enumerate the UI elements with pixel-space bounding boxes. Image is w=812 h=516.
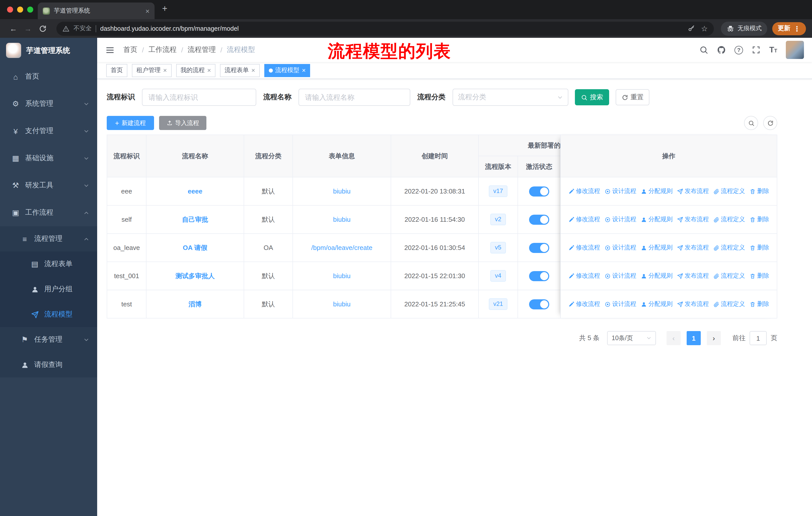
- search-icon[interactable]: [699, 45, 708, 54]
- show-search-button[interactable]: [744, 116, 758, 130]
- tag-tenant-mgmt[interactable]: 租户管理 ×: [132, 64, 171, 77]
- sidebar-item-home[interactable]: ⌂ 首页: [0, 63, 97, 90]
- tag-process-form[interactable]: 流程表单 ×: [220, 64, 260, 77]
- form-info-link[interactable]: biubiu: [333, 216, 350, 223]
- window-minimize-button[interactable]: [17, 6, 23, 12]
- font-size-icon[interactable]: TT: [769, 46, 777, 54]
- active-toggle[interactable]: [529, 299, 549, 309]
- op-assign-rule-link[interactable]: 分配规则: [641, 187, 672, 195]
- search-button[interactable]: 搜索: [575, 89, 609, 105]
- op-definition-link[interactable]: 流程定义: [713, 243, 745, 252]
- sidebar-item-payment-mgmt[interactable]: ¥ 支付管理: [0, 117, 97, 145]
- op-delete-link[interactable]: 删除: [750, 243, 769, 252]
- sidebar-item-user-group[interactable]: 用户分组: [0, 277, 97, 302]
- process-category-select[interactable]: 流程分类: [453, 89, 568, 106]
- op-design-link[interactable]: 设计流程: [605, 272, 636, 280]
- op-modify-link[interactable]: 修改流程: [568, 187, 600, 195]
- close-icon[interactable]: ×: [207, 67, 211, 74]
- table-scroll-area[interactable]: 流程标识 流程名称 流程分类 表单信息 创建时间 最新部署的流程定义 流程版本: [107, 135, 560, 319]
- reload-icon[interactable]: [39, 24, 47, 32]
- op-publish-link[interactable]: 发布流程: [677, 272, 709, 280]
- refresh-table-button[interactable]: [763, 116, 777, 130]
- tag-process-model[interactable]: 流程模型 ×: [264, 64, 310, 77]
- process-name-link[interactable]: 测试多审批人: [175, 272, 215, 279]
- op-delete-link[interactable]: 删除: [750, 187, 769, 195]
- github-icon[interactable]: [717, 45, 726, 54]
- page-size-select[interactable]: 10条/页: [607, 331, 656, 345]
- next-page-button[interactable]: ›: [707, 331, 721, 345]
- form-info-link[interactable]: biubiu: [333, 300, 350, 308]
- breadcrumb-home[interactable]: 首页: [123, 45, 138, 54]
- import-process-button[interactable]: 导入流程: [159, 116, 206, 130]
- sidebar-item-dev-tools[interactable]: ⚒ 研发工具: [0, 172, 97, 199]
- help-icon[interactable]: ?: [734, 46, 743, 54]
- tag-home[interactable]: 首页: [106, 64, 127, 77]
- address-bar[interactable]: 不安全 dashboard.yudao.iocoder.cn/bpm/manag…: [56, 21, 714, 35]
- op-definition-link[interactable]: 流程定义: [713, 187, 745, 195]
- fullscreen-icon[interactable]: [752, 45, 761, 54]
- process-name-link[interactable]: OA 请假: [183, 244, 207, 251]
- op-design-link[interactable]: 设计流程: [605, 187, 636, 195]
- process-name-link[interactable]: eeee: [188, 187, 202, 195]
- close-icon[interactable]: ×: [251, 67, 255, 74]
- active-toggle[interactable]: [529, 214, 549, 224]
- op-modify-link[interactable]: 修改流程: [568, 272, 600, 280]
- tab-close-icon[interactable]: ×: [145, 7, 149, 15]
- close-icon[interactable]: ×: [163, 67, 167, 74]
- process-id-input[interactable]: [142, 89, 256, 106]
- create-process-button[interactable]: + 新建流程: [107, 116, 154, 130]
- op-assign-rule-link[interactable]: 分配规则: [641, 272, 672, 280]
- op-design-link[interactable]: 设计流程: [605, 300, 636, 308]
- op-assign-rule-link[interactable]: 分配规则: [641, 215, 672, 224]
- prev-page-button[interactable]: ‹: [667, 331, 680, 345]
- form-info-link[interactable]: biubiu: [333, 187, 350, 195]
- op-publish-link[interactable]: 发布流程: [677, 300, 709, 308]
- breadcrumb-workflow[interactable]: 工作流程: [148, 45, 177, 54]
- active-toggle[interactable]: [529, 243, 549, 253]
- active-toggle[interactable]: [529, 186, 549, 196]
- close-icon[interactable]: ×: [302, 67, 306, 74]
- chrome-update-button[interactable]: 更新 ⋮: [772, 22, 806, 35]
- new-tab-button[interactable]: +: [162, 3, 167, 14]
- back-icon[interactable]: ←: [9, 24, 17, 33]
- reset-button[interactable]: 重置: [616, 89, 649, 105]
- op-definition-link[interactable]: 流程定义: [713, 215, 745, 224]
- window-close-button[interactable]: [7, 6, 13, 12]
- process-name-link[interactable]: 自己审批: [182, 215, 208, 223]
- user-avatar[interactable]: [786, 41, 804, 59]
- tag-my-process[interactable]: 我的流程 ×: [176, 64, 215, 77]
- sidebar-item-task-mgmt[interactable]: ⚑ 任务管理: [0, 327, 97, 352]
- op-publish-link[interactable]: 发布流程: [677, 243, 709, 252]
- browser-menu-icon[interactable]: ⋮: [793, 24, 801, 32]
- sidebar-item-system-mgmt[interactable]: ⚙ 系统管理: [0, 90, 97, 117]
- bookmark-star-icon[interactable]: ☆: [701, 25, 708, 32]
- process-name-input[interactable]: [298, 89, 410, 106]
- op-assign-rule-link[interactable]: 分配规则: [641, 300, 672, 308]
- op-publish-link[interactable]: 发布流程: [677, 187, 709, 195]
- form-info-link[interactable]: biubiu: [333, 272, 350, 280]
- hamburger-icon[interactable]: [105, 45, 115, 55]
- op-modify-link[interactable]: 修改流程: [568, 300, 600, 308]
- op-design-link[interactable]: 设计流程: [605, 215, 636, 224]
- browser-tab[interactable]: 芋道管理系统 ×: [38, 2, 154, 19]
- form-info-link[interactable]: /bpm/oa/leave/create: [311, 244, 373, 251]
- sidebar-item-leave-query[interactable]: 请假查询: [0, 352, 97, 377]
- goto-page-input[interactable]: [750, 331, 767, 345]
- op-publish-link[interactable]: 发布流程: [677, 215, 709, 224]
- op-definition-link[interactable]: 流程定义: [713, 272, 745, 280]
- active-toggle[interactable]: [529, 271, 549, 281]
- op-definition-link[interactable]: 流程定义: [713, 300, 745, 308]
- sidebar-item-infrastructure[interactable]: ▦ 基础设施: [0, 145, 97, 172]
- op-delete-link[interactable]: 删除: [750, 215, 769, 224]
- breadcrumb-process-mgmt[interactable]: 流程管理: [188, 45, 216, 54]
- op-modify-link[interactable]: 修改流程: [568, 215, 600, 224]
- op-delete-link[interactable]: 删除: [750, 272, 769, 280]
- op-design-link[interactable]: 设计流程: [605, 243, 636, 252]
- page-1-button[interactable]: 1: [687, 331, 701, 345]
- sidebar-item-workflow[interactable]: ▣ 工作流程: [0, 199, 97, 226]
- op-delete-link[interactable]: 删除: [750, 300, 769, 308]
- sidebar-item-process-mgmt[interactable]: ≡ 流程管理: [0, 226, 97, 251]
- op-assign-rule-link[interactable]: 分配规则: [641, 243, 672, 252]
- window-zoom-button[interactable]: [27, 6, 33, 12]
- sidebar-item-process-model[interactable]: 流程模型: [0, 302, 97, 327]
